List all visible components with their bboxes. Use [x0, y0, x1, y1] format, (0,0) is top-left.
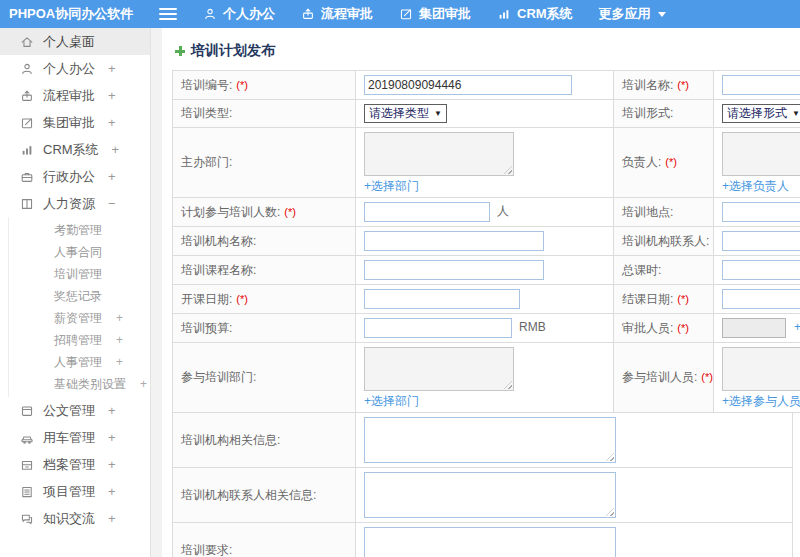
host-dept-picker-link[interactable]: +选择部门	[364, 179, 419, 193]
end-date-label: 结课日期:(*)	[614, 285, 714, 314]
required-marker: (*)	[701, 371, 713, 383]
expand-icon[interactable]: +	[112, 142, 120, 157]
sidebar-item-12[interactable]: 知识交流+	[0, 505, 150, 532]
app-window: PHPOA协同办公软件 个人办公流程审批集团审批CRM系统更多应用 个人桌面个人…	[0, 0, 800, 557]
expand-icon[interactable]: +	[116, 355, 123, 369]
topnav-item-1[interactable]: 个人办公	[203, 5, 275, 23]
sidebar-item-3[interactable]: 流程审批+	[0, 82, 150, 109]
sidebar-submenu: 考勤管理人事合同培训管理奖惩记录薪资管理+招聘管理+人事管理+基础类别设置+	[0, 217, 150, 397]
home-icon	[20, 35, 34, 49]
requirements-cell	[356, 523, 793, 557]
topnav-item-3[interactable]: 集团审批	[399, 5, 471, 23]
planned-count-cell: 人	[356, 198, 614, 227]
expand-icon[interactable]: +	[108, 457, 116, 472]
course-name-cell	[356, 256, 614, 285]
field-label: 培训机构相关信息:	[181, 433, 280, 447]
topnav-item-4[interactable]: CRM系统	[497, 5, 573, 23]
training-type-select[interactable]: 请选择类型▼	[364, 104, 447, 123]
requirements-textarea[interactable]	[364, 527, 616, 557]
host-dept-textarea[interactable]	[364, 132, 514, 176]
org-contact-info-textarea[interactable]	[364, 472, 616, 518]
menu-toggle-icon[interactable]	[159, 8, 177, 20]
sidebar-subitem-1[interactable]: 考勤管理	[0, 219, 150, 241]
sidebar-item-8[interactable]: 公文管理+	[0, 397, 150, 424]
expand-icon[interactable]: +	[108, 511, 116, 526]
expand-icon[interactable]: +	[108, 88, 116, 103]
required-marker: (*)	[236, 293, 248, 305]
sidebar-subitem-6[interactable]: 招聘管理+	[0, 329, 150, 351]
resize-grip[interactable]	[606, 453, 614, 461]
unit-label: 人	[497, 204, 509, 218]
budget-input[interactable]	[364, 318, 512, 338]
join-people-textarea[interactable]	[722, 347, 800, 391]
end-date-input[interactable]	[722, 289, 800, 309]
sidebar-item-10[interactable]: 档案管理+	[0, 451, 150, 478]
sidebar-item-label: 流程审批	[43, 87, 95, 105]
collapse-icon[interactable]: −	[108, 196, 116, 211]
resize-grip[interactable]	[606, 508, 614, 516]
join-depts-textarea[interactable]	[364, 347, 514, 391]
sidebar-item-9[interactable]: 用车管理+	[0, 424, 150, 451]
join-depts-picker-link[interactable]: +选择部门	[364, 394, 419, 408]
field-label: 计划参与培训人数:	[181, 205, 280, 219]
sidebar-subitem-3[interactable]: 培训管理	[0, 263, 150, 285]
org-info-textarea[interactable]	[364, 417, 616, 463]
sidebar-item-4[interactable]: 集团审批+	[0, 109, 150, 136]
start-date-input[interactable]	[364, 289, 520, 309]
chevron-down-icon: ▼	[792, 109, 800, 118]
resize-grip[interactable]	[504, 166, 512, 174]
expand-icon[interactable]: +	[108, 484, 116, 499]
join-people-picker-link[interactable]: +选择参与人员	[722, 394, 800, 408]
sidebar-subitem-7[interactable]: 人事管理+	[0, 351, 150, 373]
training-no-input[interactable]: 20190809094446	[364, 75, 572, 95]
training-name-input[interactable]	[722, 75, 800, 95]
sidebar-item-2[interactable]: 个人办公+	[0, 55, 150, 82]
form-row: 培训机构联系人相关信息:	[173, 468, 793, 523]
total-hours-input[interactable]	[722, 260, 800, 280]
planned-count-input[interactable]	[364, 202, 490, 222]
budget-label: 培训预算:	[173, 314, 356, 343]
start-date-cell	[356, 285, 614, 314]
expand-icon[interactable]: +	[108, 115, 116, 130]
training-form-table: 培训编号:(*)20190809094446培训名称:(*)培训类型:请选择类型…	[172, 70, 800, 413]
expand-icon[interactable]: +	[108, 430, 116, 445]
sidebar-item-7[interactable]: 人力资源−	[0, 190, 150, 217]
sidebar-item-11[interactable]: 项目管理+	[0, 478, 150, 505]
leader-picker-link[interactable]: +选择负责人	[722, 179, 789, 193]
leader-textarea[interactable]	[722, 132, 800, 176]
org-contact-input[interactable]	[722, 231, 800, 251]
training-form-select[interactable]: 请选择形式▼	[722, 104, 800, 123]
form-row: 培训要求:	[173, 523, 793, 557]
course-name-input[interactable]	[364, 260, 544, 280]
sidebar-subitem-label: 招聘管理	[54, 332, 102, 349]
approver-picker-link[interactable]: +选择审批人员	[794, 320, 800, 334]
required-marker: (*)	[677, 322, 689, 334]
location-input[interactable]	[722, 202, 800, 222]
join-depts-cell: +选择部门	[356, 343, 614, 413]
org-name-input[interactable]	[364, 231, 544, 251]
org-contact-label: 培训机构联系人:	[614, 227, 714, 256]
sidebar-item-1[interactable]: 个人桌面	[0, 28, 150, 55]
sidebar-item-5[interactable]: CRM系统+	[0, 136, 150, 163]
expand-icon[interactable]: +	[108, 403, 116, 418]
sidebar-item-6[interactable]: 行政办公+	[0, 163, 150, 190]
topnav-item-2[interactable]: 流程审批	[301, 5, 373, 23]
expand-icon[interactable]: +	[108, 61, 116, 76]
location-cell	[714, 198, 800, 227]
sidebar-subitem-5[interactable]: 薪资管理+	[0, 307, 150, 329]
topnav-item-5[interactable]: 更多应用	[599, 5, 666, 23]
sidebar-item-label: 集团审批	[43, 114, 95, 132]
expand-icon[interactable]: +	[140, 377, 147, 391]
add-icon	[174, 45, 186, 57]
expand-icon[interactable]: +	[116, 311, 123, 325]
resize-grip[interactable]	[504, 381, 512, 389]
topnav-label: 流程审批	[321, 5, 373, 23]
leader-label: 负责人:(*)	[614, 128, 714, 198]
expand-icon[interactable]: +	[116, 333, 123, 347]
sidebar-subitem-label: 培训管理	[54, 266, 102, 283]
sidebar-subitem-2[interactable]: 人事合同	[0, 241, 150, 263]
sidebar-subitem-4[interactable]: 奖惩记录	[0, 285, 150, 307]
expand-icon[interactable]: +	[108, 169, 116, 184]
sidebar-subitem-8[interactable]: 基础类别设置+	[0, 373, 150, 395]
approver-input[interactable]	[722, 318, 786, 338]
